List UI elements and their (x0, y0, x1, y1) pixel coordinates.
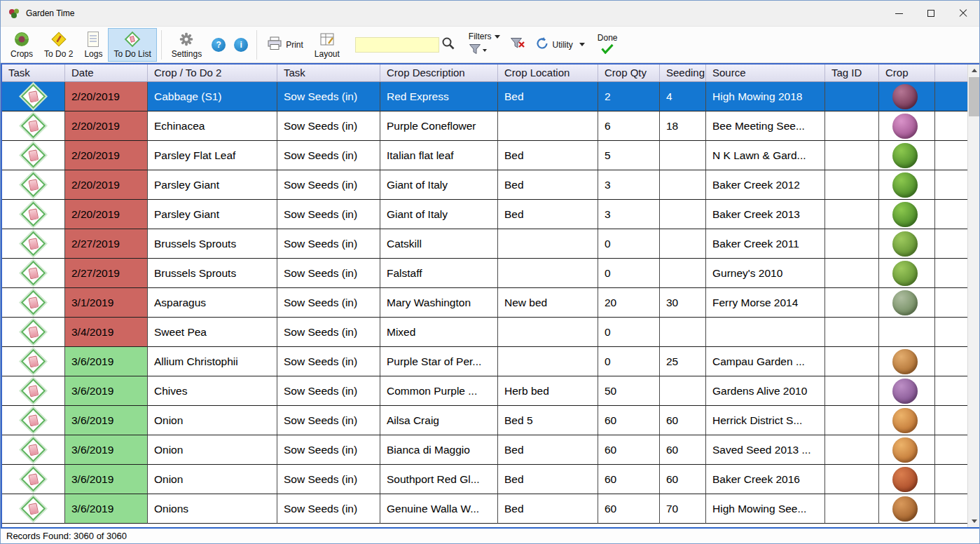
cell-location[interactable] (498, 347, 598, 376)
cell-location[interactable]: Bed (498, 465, 598, 494)
cell-seeding[interactable] (660, 229, 706, 259)
table-row[interactable]: 2/20/2019Cabbage (S1)Sow Seeds (in)Red E… (2, 82, 967, 111)
cell-seeding[interactable] (660, 259, 706, 288)
cell-date[interactable]: 2/20/2019 (65, 111, 148, 141)
cell-qty[interactable]: 3 (598, 200, 660, 229)
cell-crop-name[interactable]: Asparagus (148, 288, 277, 318)
cell-tag-id[interactable] (825, 141, 879, 170)
cell-crop-name[interactable]: Cabbage (S1) (148, 82, 277, 111)
settings-button[interactable]: Settings (166, 28, 207, 62)
column-header-tag-id-9[interactable]: Tag ID (825, 64, 879, 81)
cell-description[interactable]: Mixed (380, 318, 498, 347)
crops-button[interactable]: Crops (5, 28, 39, 62)
cell-description[interactable]: Giant of Italy (380, 170, 498, 200)
cell-seeding[interactable]: 70 (660, 494, 706, 524)
cell-qty[interactable]: 50 (598, 376, 660, 406)
cell-location[interactable]: Bed (498, 170, 598, 200)
cell-seeding[interactable] (660, 141, 706, 170)
table-row[interactable]: 3/6/2019OnionSow Seeds (in)Southport Red… (2, 465, 967, 494)
cell-task-icon[interactable] (2, 259, 65, 288)
cell-location[interactable]: Bed 5 (498, 406, 598, 435)
column-header-crop-to-do-2-2[interactable]: Crop / To Do 2 (148, 64, 277, 81)
todo2-button[interactable]: To Do 2 (39, 28, 78, 62)
cell-seeding[interactable]: 60 (660, 406, 706, 435)
cell-location[interactable] (498, 318, 598, 347)
cell-date[interactable]: 2/20/2019 (65, 141, 148, 170)
cell-source[interactable]: N K Lawn & Gard... (706, 141, 825, 170)
cell-source[interactable]: Campau Garden ... (706, 347, 825, 376)
cell-task[interactable]: Sow Seeds (in) (277, 347, 380, 376)
todolist-button[interactable]: To Do List (108, 28, 156, 62)
cell-tag-id[interactable] (825, 435, 879, 465)
table-row[interactable]: 3/6/2019ChivesSow Seeds (in)Common Purpl… (2, 376, 967, 406)
search-input[interactable] (355, 37, 439, 53)
cell-task[interactable]: Sow Seeds (in) (277, 170, 380, 200)
cell-tag-id[interactable] (825, 259, 879, 288)
cell-crop-name[interactable]: Onions (148, 494, 277, 524)
cell-crop-image[interactable] (879, 406, 935, 435)
cell-crop-name[interactable]: Parsley Flat Leaf (148, 141, 277, 170)
cell-crop-image[interactable] (879, 288, 935, 318)
column-header-task-3[interactable]: Task (277, 64, 380, 81)
column-header-crop-10[interactable]: Crop (879, 64, 935, 81)
cell-tag-id[interactable] (825, 229, 879, 259)
cell-source[interactable]: Herrick District S... (706, 406, 825, 435)
cell-task-icon[interactable] (2, 200, 65, 229)
cell-seeding[interactable]: 60 (660, 465, 706, 494)
cell-seeding[interactable] (660, 170, 706, 200)
column-header-crop-location-5[interactable]: Crop Location (498, 64, 598, 81)
cell-source[interactable]: Bee Meeting See... (706, 111, 825, 141)
cell-task-icon[interactable] (2, 318, 65, 347)
cell-date[interactable]: 2/27/2019 (65, 229, 148, 259)
cell-task-icon[interactable] (2, 229, 65, 259)
cell-tag-id[interactable] (825, 406, 879, 435)
cell-task-icon[interactable] (2, 435, 65, 465)
table-row[interactable]: 3/6/2019OnionsSow Seeds (in)Genuine Wall… (2, 494, 967, 524)
print-button[interactable]: Print (261, 33, 309, 57)
cell-source[interactable]: Baker Creek 2013 (706, 200, 825, 229)
cell-qty[interactable]: 0 (598, 347, 660, 376)
scroll-up-button[interactable] (968, 64, 979, 76)
cell-location[interactable] (498, 229, 598, 259)
logs-button[interactable]: Logs (78, 28, 108, 62)
cell-description[interactable]: Purple Star of Per... (380, 347, 498, 376)
cell-qty[interactable]: 0 (598, 229, 660, 259)
cell-seeding[interactable]: 4 (660, 82, 706, 111)
filters-button[interactable]: Filters (463, 28, 506, 62)
table-row[interactable]: 2/20/2019Parsley GiantSow Seeds (in)Gian… (2, 200, 967, 229)
cell-crop-name[interactable]: Onion (148, 465, 277, 494)
column-header-crop-description-4[interactable]: Crop Description (380, 64, 498, 81)
help-button[interactable]: ? (212, 38, 226, 52)
cell-task[interactable]: Sow Seeds (in) (277, 259, 380, 288)
cell-crop-image[interactable] (879, 229, 935, 259)
cell-description[interactable]: Ailsa Craig (380, 406, 498, 435)
cell-qty[interactable]: 3 (598, 170, 660, 200)
cell-task-icon[interactable] (2, 288, 65, 318)
cell-task[interactable]: Sow Seeds (in) (277, 406, 380, 435)
cell-location[interactable]: Herb bed (498, 376, 598, 406)
seed-packet-task-icon[interactable] (21, 349, 46, 374)
seed-packet-task-icon[interactable] (21, 84, 46, 109)
cell-task-icon[interactable] (2, 347, 65, 376)
cell-tag-id[interactable] (825, 288, 879, 318)
vertical-scrollbar[interactable] (967, 64, 979, 527)
cell-description[interactable]: Falstaff (380, 259, 498, 288)
cell-source[interactable]: Saved Seed 2013 ... (706, 435, 825, 465)
cell-crop-name[interactable]: Brussels Sprouts (148, 229, 277, 259)
cell-seeding[interactable] (660, 318, 706, 347)
cell-crop-image[interactable] (879, 111, 935, 141)
titlebar[interactable]: Garden Time (1, 1, 979, 26)
table-row[interactable]: 3/6/2019Allium ChristophiiSow Seeds (in)… (2, 347, 967, 376)
cell-date[interactable]: 2/20/2019 (65, 170, 148, 200)
cell-date[interactable]: 3/4/2019 (65, 318, 148, 347)
table-row[interactable]: 3/1/2019AsparagusSow Seeds (in)Mary Wash… (2, 288, 967, 318)
cell-seeding[interactable]: 18 (660, 111, 706, 141)
cell-seeding[interactable] (660, 200, 706, 229)
cell-description[interactable]: Southport Red Gl... (380, 465, 498, 494)
cell-crop-name[interactable]: Onion (148, 435, 277, 465)
cell-task[interactable]: Sow Seeds (in) (277, 465, 380, 494)
seed-packet-task-icon[interactable] (21, 143, 46, 168)
cell-source[interactable]: Gardens Alive 2010 (706, 376, 825, 406)
table-row[interactable]: 3/6/2019OnionSow Seeds (in)Bianca di Mag… (2, 435, 967, 465)
cell-source[interactable]: Gurney's 2010 (706, 259, 825, 288)
